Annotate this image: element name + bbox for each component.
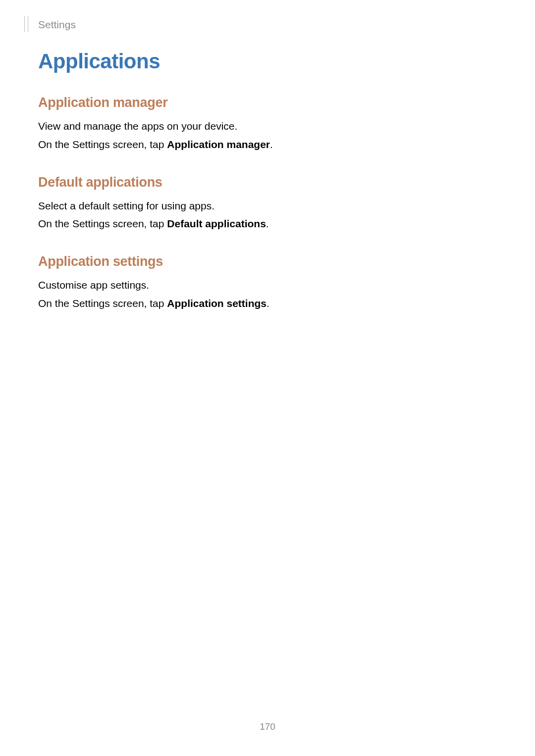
section-default-applications: Default applications Select a default se… bbox=[38, 175, 494, 234]
bold-term: Application manager bbox=[167, 139, 270, 150]
text-fragment: . bbox=[270, 139, 273, 150]
header-tab-marker bbox=[24, 16, 28, 32]
page-title: Applications bbox=[38, 50, 494, 73]
text-fragment: On the Settings screen, tap bbox=[38, 218, 167, 229]
section-heading: Default applications bbox=[38, 175, 494, 190]
text-fragment: On the Settings screen, tap bbox=[38, 298, 167, 309]
page-number: 170 bbox=[0, 721, 535, 732]
content-area: Applications Application manager View an… bbox=[38, 50, 494, 334]
bold-term: Application settings bbox=[167, 298, 267, 309]
section-body-line: On the Settings screen, tap Application … bbox=[38, 136, 494, 154]
breadcrumb: Settings bbox=[38, 19, 76, 31]
section-body-line: On the Settings screen, tap Application … bbox=[38, 295, 494, 313]
section-application-settings: Application settings Customise app setti… bbox=[38, 254, 494, 313]
section-body-line: View and manage the apps on your device. bbox=[38, 117, 494, 136]
text-fragment: . bbox=[266, 218, 269, 229]
text-fragment: On the Settings screen, tap bbox=[38, 139, 167, 150]
section-body-line: Customise app settings. bbox=[38, 276, 494, 295]
section-heading: Application settings bbox=[38, 254, 494, 269]
section-body-line: On the Settings screen, tap Default appl… bbox=[38, 215, 494, 233]
bold-term: Default applications bbox=[167, 218, 266, 229]
text-fragment: . bbox=[267, 298, 269, 309]
section-heading: Application manager bbox=[38, 95, 494, 110]
section-application-manager: Application manager View and manage the … bbox=[38, 95, 494, 154]
section-body-line: Select a default setting for using apps. bbox=[38, 197, 494, 215]
